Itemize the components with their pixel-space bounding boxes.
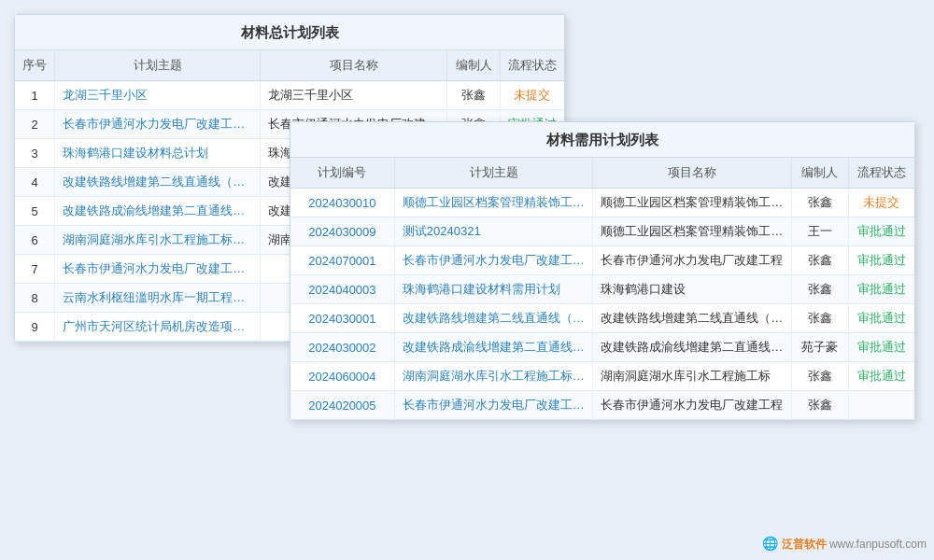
cell-topic[interactable]: 长春市伊通河水力发电厂改建工程合同材料... <box>55 110 261 139</box>
cell-topic[interactable]: 龙湖三千里小区 <box>55 81 261 110</box>
status-badge: 未提交 <box>848 189 914 217</box>
cell-editor: 苑子豪 <box>791 333 848 362</box>
cell-seq: 2 <box>15 110 55 139</box>
cell-project: 顺德工业园区档案管理精装饰工程（... <box>593 189 792 217</box>
cell-seq: 8 <box>15 284 55 313</box>
cell-topic[interactable]: 云南水利枢纽滥明水库一期工程施工标材料... <box>55 284 261 313</box>
cell-project: 湖南洞庭湖水库引水工程施工标 <box>593 362 792 391</box>
status-badge: 审批通过 <box>848 333 914 362</box>
table-row[interactable]: 2024060004湖南洞庭湖水库引水工程施工标材...湖南洞庭湖水库引水工程施… <box>290 362 914 391</box>
cell-topic[interactable]: 长春市伊通河水力发电厂改建工程材料总计划 <box>55 255 261 284</box>
cell-planno[interactable]: 2024070001 <box>290 246 394 275</box>
col-header-topic: 计划主题 <box>55 50 261 81</box>
table-row[interactable]: 2024070001长春市伊通河水力发电厂改建工程合...长春市伊通河水力发电厂… <box>290 246 914 275</box>
cell-editor: 张鑫 <box>791 304 848 333</box>
table-row[interactable]: 2024040003珠海鹤港口建设材料需用计划珠海鹤港口建设张鑫审批通过 <box>290 275 914 304</box>
cell-project: 长春市伊通河水力发电厂改建工程 <box>593 246 792 275</box>
col-header-status: 流程状态 <box>500 50 564 81</box>
cell-planno[interactable]: 2024060004 <box>290 362 394 391</box>
cell-planno[interactable]: 2024020005 <box>290 391 394 420</box>
status-badge: 未提交 <box>500 81 564 110</box>
cell-editor: 张鑫 <box>791 391 848 420</box>
cell-seq: 9 <box>15 313 55 342</box>
status-badge: 审批通过 <box>848 304 914 333</box>
cell-seq: 4 <box>15 168 55 197</box>
cell-project: 长春市伊通河水力发电厂改建工程 <box>593 391 792 420</box>
watermark-brand: 泛普软件 <box>782 538 827 551</box>
watermark-icon: 🌐 <box>762 536 778 551</box>
cell-editor: 张鑫 <box>447 81 501 110</box>
table-row[interactable]: 1龙湖三千里小区龙湖三千里小区张鑫未提交 <box>15 81 564 110</box>
cell-topic[interactable]: 长春市伊通河水力发电厂改建工程材... <box>394 391 593 420</box>
table-row[interactable]: 2024030002改建铁路成渝线增建第二直通线（成...改建铁路成渝线增建第二… <box>290 333 914 362</box>
table-row[interactable]: 2024030001改建铁路线增建第二线直通线（成都...改建铁路线增建第二线直… <box>290 304 914 333</box>
cell-topic[interactable]: 顺德工业园区档案管理精装饰工程（... <box>394 189 593 217</box>
cell-topic[interactable]: 广州市天河区统计局机房改造项目材料总计划 <box>55 313 261 342</box>
cell-editor: 王一 <box>791 217 848 246</box>
cell-planno[interactable]: 2024030001 <box>290 304 394 333</box>
cell-topic[interactable]: 测试20240321 <box>394 217 593 246</box>
cell-seq: 6 <box>15 226 55 255</box>
cell-seq: 3 <box>15 139 55 168</box>
table-header-row-1: 序号 计划主题 项目名称 编制人 流程状态 <box>15 50 564 81</box>
watermark-url: www.fanpusoft.com <box>829 538 927 551</box>
col-header-seq: 序号 <box>15 50 55 81</box>
table-row[interactable]: 2024020005长春市伊通河水力发电厂改建工程材...长春市伊通河水力发电厂… <box>290 391 914 420</box>
col-header-editor: 编制人 <box>447 50 501 81</box>
panel-title-2: 材料需用计划列表 <box>290 122 914 158</box>
col-header-topic2: 计划主题 <box>394 158 593 189</box>
table-header-row-2: 计划编号 计划主题 项目名称 编制人 流程状态 <box>290 158 914 189</box>
cell-seq: 1 <box>15 81 55 110</box>
status-badge: 审批通过 <box>848 275 914 304</box>
cell-topic[interactable]: 长春市伊通河水力发电厂改建工程合... <box>394 246 593 275</box>
cell-editor: 张鑫 <box>791 275 848 304</box>
cell-project: 改建铁路成渝线增建第二直通线（成... <box>593 333 792 362</box>
cell-topic[interactable]: 改建铁路线增建第二线直通线（成都-西安）... <box>55 168 261 197</box>
status-badge: 审批通过 <box>848 362 914 391</box>
panel-material-need: 材料需用计划列表 计划编号 计划主题 项目名称 编制人 流程状态 2024030… <box>290 121 915 421</box>
cell-seq: 5 <box>15 197 55 226</box>
table-row[interactable]: 2024030010顺德工业园区档案管理精装饰工程（...顺德工业园区档案管理精… <box>290 189 914 217</box>
status-badge: 审批通过 <box>848 246 914 275</box>
col-header-editor2: 编制人 <box>791 158 848 189</box>
col-header-planno: 计划编号 <box>290 158 394 189</box>
cell-editor: 张鑫 <box>791 189 848 217</box>
status-badge: 审批通过 <box>848 217 914 246</box>
table-row[interactable]: 2024030009测试20240321顺德工业园区档案管理精装饰工程（...王… <box>290 217 914 246</box>
cell-project: 珠海鹤港口建设 <box>593 275 792 304</box>
watermark: 🌐 泛普软件 www.fanpusoft.com <box>762 536 927 553</box>
cell-project: 改建铁路线增建第二线直通线（成都... <box>593 304 792 333</box>
cell-topic[interactable]: 改建铁路成渝线增建第二直通线（成渝枢纽... <box>55 197 261 226</box>
cell-topic[interactable]: 珠海鹤港口建设材料总计划 <box>55 139 261 168</box>
cell-planno[interactable]: 2024040003 <box>290 275 394 304</box>
cell-topic[interactable]: 改建铁路线增建第二线直通线（成都... <box>394 304 593 333</box>
col-header-project2: 项目名称 <box>593 158 792 189</box>
cell-topic[interactable]: 珠海鹤港口建设材料需用计划 <box>394 275 593 304</box>
cell-editor: 张鑫 <box>791 246 848 275</box>
cell-project: 龙湖三千里小区 <box>261 81 447 110</box>
cell-planno[interactable]: 2024030009 <box>290 217 394 246</box>
cell-seq: 7 <box>15 255 55 284</box>
cell-planno[interactable]: 2024030002 <box>290 333 394 362</box>
status-badge <box>848 391 914 420</box>
cell-editor: 张鑫 <box>791 362 848 391</box>
cell-topic[interactable]: 改建铁路成渝线增建第二直通线（成... <box>394 333 593 362</box>
panel-title-1: 材料总计划列表 <box>15 15 564 50</box>
cell-planno[interactable]: 2024030010 <box>290 189 394 217</box>
cell-project: 顺德工业园区档案管理精装饰工程（... <box>593 217 792 246</box>
col-header-status2: 流程状态 <box>848 158 914 189</box>
cell-topic[interactable]: 湖南洞庭湖水库引水工程施工标材... <box>394 362 593 391</box>
cell-topic[interactable]: 湖南洞庭湖水库引水工程施工标材料总计划 <box>55 226 261 255</box>
col-header-project: 项目名称 <box>261 50 447 81</box>
